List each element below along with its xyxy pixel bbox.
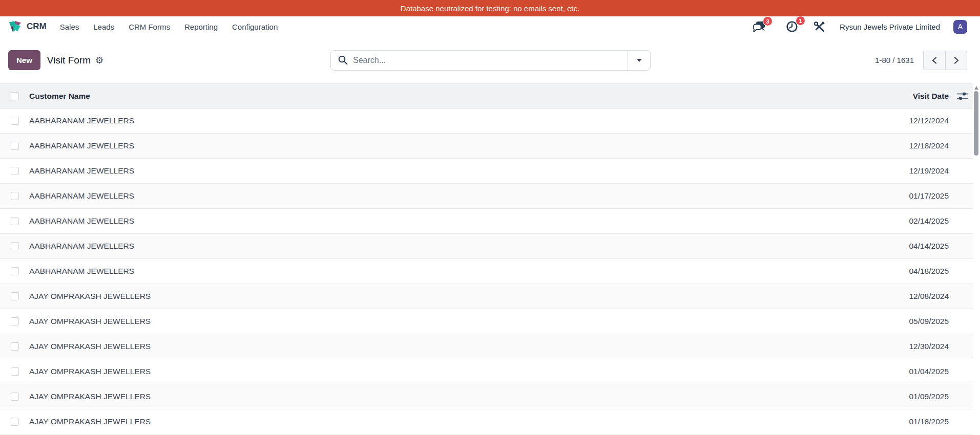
visit-date-cell: 01/18/2025 bbox=[857, 417, 980, 426]
row-checkbox[interactable] bbox=[11, 142, 19, 150]
row-checkbox[interactable] bbox=[11, 342, 19, 351]
neutralize-banner: Database neutralized for testing: no ema… bbox=[0, 0, 980, 16]
page-title: Visit Form bbox=[47, 55, 91, 66]
messages-badge: 3 bbox=[763, 17, 772, 26]
table-row[interactable]: AABHARANAM JEWELLERS04/18/2025 bbox=[0, 259, 980, 284]
visit-date-cell: 12/08/2024 bbox=[857, 292, 980, 301]
chevron-down-icon bbox=[637, 59, 642, 62]
sliders-icon bbox=[956, 92, 969, 101]
apps-menu-button[interactable]: CRM bbox=[8, 20, 47, 33]
row-checkbox[interactable] bbox=[11, 393, 19, 401]
row-checkbox[interactable] bbox=[11, 367, 19, 376]
brand-label: CRM bbox=[27, 21, 47, 32]
table-row[interactable]: AJAY OMPRAKASH JEWELLERS01/09/2025 bbox=[0, 384, 980, 409]
table-row[interactable]: AABHARANAM JEWELLERS02/14/2025 bbox=[0, 209, 980, 234]
menu-item-sales[interactable]: Sales bbox=[53, 19, 87, 34]
cog-menu-icon[interactable]: ⚙ bbox=[95, 56, 103, 65]
pager-value[interactable]: 1-80 / 1631 bbox=[875, 56, 914, 64]
row-checkbox[interactable] bbox=[11, 117, 19, 125]
table-body: AABHARANAM JEWELLERS12/12/2024AABHARANAM… bbox=[0, 108, 980, 434]
visit-date-cell: 04/18/2025 bbox=[857, 267, 980, 276]
customer-name-cell: AABHARANAM JEWELLERS bbox=[19, 166, 857, 176]
visit-date-cell: 12/12/2024 bbox=[857, 116, 980, 125]
table-row[interactable]: AABHARANAM JEWELLERS01/17/2025 bbox=[0, 184, 980, 209]
table-row[interactable]: AJAY OMPRAKASH JEWELLERS01/18/2025 bbox=[0, 409, 980, 434]
menu-item-configuration[interactable]: Configuration bbox=[225, 19, 285, 34]
table-row[interactable]: AABHARANAM JEWELLERS12/19/2024 bbox=[0, 159, 980, 184]
debug-tools-button[interactable] bbox=[814, 21, 825, 32]
scrollbar bbox=[973, 83, 980, 435]
customer-name-cell: AABHARANAM JEWELLERS bbox=[19, 242, 857, 251]
chevron-right-icon bbox=[953, 56, 960, 64]
pager-buttons bbox=[923, 51, 967, 70]
search-input[interactable] bbox=[353, 56, 628, 65]
table-row[interactable]: AJAY OMPRAKASH JEWELLERS05/09/2025 bbox=[0, 309, 980, 334]
search-options-toggle[interactable] bbox=[628, 51, 650, 70]
customer-name-cell: AABHARANAM JEWELLERS bbox=[19, 191, 857, 201]
customer-name-cell: AJAY OMPRAKASH JEWELLERS bbox=[19, 417, 857, 426]
visit-date-cell: 01/09/2025 bbox=[857, 392, 980, 401]
column-header-customer-name[interactable]: Customer Name bbox=[19, 92, 857, 101]
customer-name-cell: AABHARANAM JEWELLERS bbox=[19, 267, 857, 276]
row-checkbox[interactable] bbox=[11, 418, 19, 426]
customer-name-cell: AJAY OMPRAKASH JEWELLERS bbox=[19, 367, 857, 376]
chevron-left-icon bbox=[931, 56, 937, 64]
menu-item-reporting[interactable]: Reporting bbox=[177, 19, 225, 34]
navbar: CRM SalesLeadsCRM FormsReportingConfigur… bbox=[0, 16, 980, 37]
wrench-screwdriver-icon bbox=[814, 21, 825, 32]
control-panel: New Visit Form ⚙ 1-80 / 1631 bbox=[0, 37, 980, 83]
customer-name-cell: AJAY OMPRAKASH JEWELLERS bbox=[19, 342, 857, 351]
crm-app-icon bbox=[8, 20, 22, 33]
customer-name-cell: AJAY OMPRAKASH JEWELLERS bbox=[19, 392, 857, 401]
main-menu: SalesLeadsCRM FormsReportingConfiguratio… bbox=[53, 19, 285, 34]
visit-date-cell: 12/18/2024 bbox=[857, 141, 980, 150]
customer-name-cell: AJAY OMPRAKASH JEWELLERS bbox=[19, 292, 857, 301]
new-button[interactable]: New bbox=[8, 50, 40, 70]
visit-date-cell: 05/09/2025 bbox=[857, 317, 980, 326]
optional-columns-button[interactable] bbox=[956, 92, 969, 101]
table-row[interactable]: AJAY OMPRAKASH JEWELLERS01/04/2025 bbox=[0, 359, 980, 384]
pager-previous-button[interactable] bbox=[923, 51, 945, 70]
activities-button[interactable]: 1 bbox=[786, 20, 798, 33]
pager-next-button[interactable] bbox=[945, 51, 967, 70]
systray: 3 1 Rysun Jewels Private Limited bbox=[753, 20, 967, 34]
row-checkbox[interactable] bbox=[11, 317, 19, 325]
search-icon bbox=[338, 55, 348, 65]
customer-name-cell: AABHARANAM JEWELLERS bbox=[19, 216, 857, 226]
table-header: Customer Name Visit Date bbox=[0, 83, 980, 108]
row-checkbox[interactable] bbox=[11, 167, 19, 175]
row-checkbox[interactable] bbox=[11, 217, 19, 225]
messages-button[interactable]: 3 bbox=[753, 21, 765, 32]
table-row[interactable]: AABHARANAM JEWELLERS04/14/2025 bbox=[0, 234, 980, 259]
table-row[interactable]: AABHARANAM JEWELLERS12/18/2024 bbox=[0, 134, 980, 159]
visit-date-cell: 02/14/2025 bbox=[857, 216, 980, 226]
select-all-checkbox[interactable] bbox=[11, 92, 19, 100]
table-row[interactable]: AJAY OMPRAKASH JEWELLERS12/08/2024 bbox=[0, 284, 980, 309]
customer-name-cell: AABHARANAM JEWELLERS bbox=[19, 116, 857, 125]
customer-name-cell: AJAY OMPRAKASH JEWELLERS bbox=[19, 317, 857, 326]
menu-item-crm-forms[interactable]: CRM Forms bbox=[121, 19, 177, 34]
scroll-up-arrow-icon[interactable] bbox=[974, 86, 978, 90]
company-switcher[interactable]: Rysun Jewels Private Limited bbox=[840, 23, 940, 31]
activities-badge: 1 bbox=[796, 16, 805, 25]
neutralize-banner-text: Database neutralized for testing: no ema… bbox=[401, 4, 579, 13]
menu-item-leads[interactable]: Leads bbox=[86, 19, 121, 34]
search-bar bbox=[330, 50, 651, 71]
row-checkbox[interactable] bbox=[11, 292, 19, 300]
user-avatar[interactable]: A bbox=[953, 20, 967, 34]
row-checkbox[interactable] bbox=[11, 192, 19, 200]
row-checkbox[interactable] bbox=[11, 242, 19, 250]
table-row[interactable]: AABHARANAM JEWELLERS12/12/2024 bbox=[0, 108, 980, 134]
scrollbar-thumb[interactable] bbox=[974, 91, 978, 156]
visit-date-cell: 01/04/2025 bbox=[857, 367, 980, 376]
visit-date-cell: 01/17/2025 bbox=[857, 191, 980, 201]
visit-date-cell: 12/30/2024 bbox=[857, 342, 980, 351]
table-row[interactable]: AJAY OMPRAKASH JEWELLERS12/30/2024 bbox=[0, 334, 980, 359]
visit-date-cell: 04/14/2025 bbox=[857, 242, 980, 251]
row-checkbox[interactable] bbox=[11, 267, 19, 275]
visit-date-cell: 12/19/2024 bbox=[857, 166, 980, 176]
pager: 1-80 / 1631 bbox=[875, 51, 967, 70]
customer-name-cell: AABHARANAM JEWELLERS bbox=[19, 141, 857, 150]
